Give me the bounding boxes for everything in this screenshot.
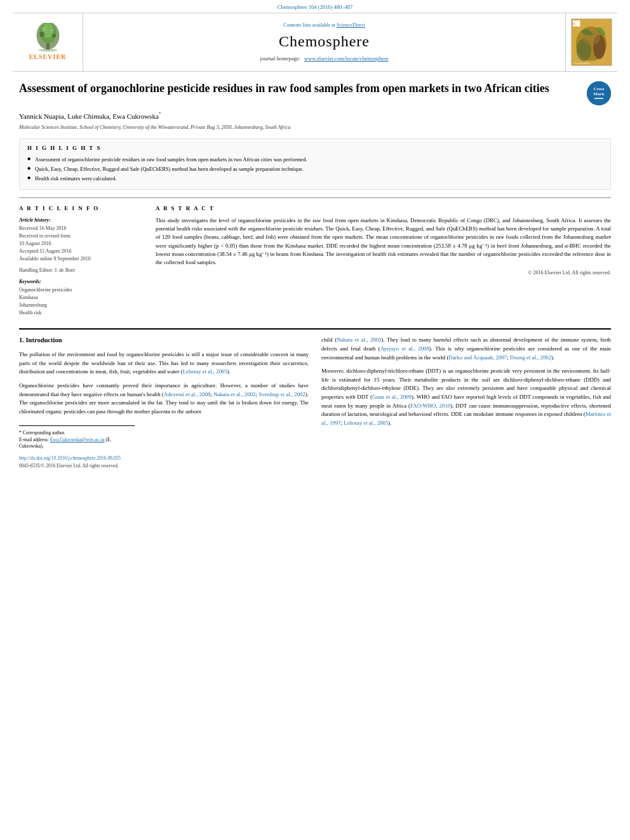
homepage-label: journal homepage: <box>260 55 300 62</box>
intro-paragraph-3: child (Nakata et al., 2002). They lead t… <box>321 336 611 362</box>
svg-text:Cross: Cross <box>594 86 605 91</box>
article-info-heading: A R T I C L E I N F O <box>19 204 146 213</box>
ref-darko-2007[interactable]: Darko and Acquaah, 2007 <box>448 354 507 361</box>
authors-line: Yannick Nuapia, Luke Chimuka, Ewa Cukrow… <box>19 110 611 121</box>
highlight-item-2: Quick, Easy, Cheap, Effective, Rugged an… <box>27 166 603 173</box>
abstract-copyright: © 2016 Elsevier Ltd. All rights reserved… <box>156 269 611 276</box>
body-two-col: 1. Introduction The pollution of the env… <box>19 336 611 470</box>
received-text: Received 16 May 2016 <box>19 225 146 232</box>
svg-text:E: E <box>573 23 575 25</box>
corresponding-author-marker: * <box>159 111 161 117</box>
ref-nakata-2002-p2[interactable]: Nakata et al., 2002 <box>213 391 255 397</box>
intro-number: 1. <box>19 337 24 343</box>
article-content: Assessment of organochlorine pesticide r… <box>0 72 630 479</box>
highlight-item-3: Health risk estimates were calculated. <box>27 175 603 183</box>
elsevier-text: ELSEVIER <box>29 53 67 62</box>
highlight-item-1: Assessment of organochlorine pesticide r… <box>27 156 603 164</box>
ref-nakata-2002-p3[interactable]: Nakata et al., 2002 <box>337 337 381 343</box>
sciencedirect-link[interactable]: ScienceDirect <box>337 22 365 28</box>
keyword-4: Health risk <box>19 309 146 317</box>
doi-section: http://dx.doi.org/10.1016/j.chemosphere.… <box>19 455 309 470</box>
affiliation-text: Molecular Sciences Institute, School of … <box>19 124 611 131</box>
handling-editor-label: Handling Editor: <box>19 267 53 273</box>
keyword-1: Organochlorine pesticides <box>19 286 146 294</box>
journal-cover-area: E Chemosphere <box>565 13 617 71</box>
handling-editor-line: Handling Editor: J. de Boer <box>19 267 146 274</box>
cover-artwork: E Chemosphere <box>572 18 612 66</box>
email-label: E-mail address: <box>19 437 49 443</box>
svg-text:Chemosphere: Chemosphere <box>573 62 591 65</box>
doi-link[interactable]: http://dx.doi.org/10.1016/j.chemosphere.… <box>19 455 309 462</box>
info-abstract-section: A R T I C L E I N F O Article history: R… <box>19 197 611 321</box>
article-info-column: A R T I C L E I N F O Article history: R… <box>19 204 146 321</box>
ref-fao-2010[interactable]: FAO/WHO, 2010 <box>410 403 450 409</box>
intro-paragraph-4: Moreover, dichloro-diphenyl-trichloro-et… <box>321 367 611 427</box>
intro-paragraph-2: Organochlorine pesticides have constantl… <box>19 382 309 417</box>
keywords-block: Keywords: Organochlorine pesticides Kins… <box>19 278 146 317</box>
journal-info-center: Contents lists available at ScienceDirec… <box>83 13 565 71</box>
journal-header: ELSEVIER Contents lists available at Sci… <box>13 13 617 72</box>
ref-lehotay-2005-p1[interactable]: Lehotay et al., 2005 <box>183 368 227 375</box>
abstract-heading: A B S T R A C T <box>156 204 611 213</box>
journal-citation: Chemosphere 164 (2016) 480–487 <box>278 4 352 10</box>
journal-homepage-url[interactable]: www.elsevier.com/locate/chemosphere <box>304 55 389 62</box>
email-link[interactable]: Ewa.Cukrowska@wits.ac.za <box>50 437 105 443</box>
ref-adeyemi-2008[interactable]: Adeyemi et al., 2008 <box>164 391 211 397</box>
crossmark-icon: Cross Mark <box>587 81 611 105</box>
highlights-section: H I G H L I G H T S Assessment of organo… <box>19 138 611 190</box>
sciencedirect-info: Contents lists available at ScienceDirec… <box>283 22 365 29</box>
body-right-col: child (Nakata et al., 2002). They lead t… <box>321 336 611 470</box>
journal-cover-image: E Chemosphere <box>571 18 612 66</box>
keyword-2: Kinshasa <box>19 294 146 302</box>
article-title-section: Assessment of organochlorine pesticide r… <box>19 81 611 105</box>
ref-ayejuyo-2008[interactable]: Ayejuyo et al., 2008 <box>380 345 429 352</box>
footer-copyright: 0045-6535/© 2016 Elsevier Ltd. All right… <box>19 463 309 470</box>
abstract-column: A B S T R A C T This study investigates … <box>156 204 611 321</box>
intro-heading: 1. Introduction <box>19 336 309 345</box>
handling-editor-name: J. de Boer <box>55 267 75 273</box>
ref-sverdrup-2002[interactable]: Sverdrup et al., 2002 <box>258 391 305 397</box>
keyword-3: Johannesburg <box>19 302 146 309</box>
journal-name: Chemosphere <box>279 31 370 53</box>
journal-citation-bar: Chemosphere 164 (2016) 480–487 <box>0 0 630 13</box>
handling-editor-block: Handling Editor: J. de Boer <box>19 267 146 274</box>
available-text: Available online 8 September 2016 <box>19 255 146 263</box>
footnotes-section: * Corresponding author. E-mail address: … <box>19 425 135 450</box>
corresponding-author-note: * Corresponding author. <box>19 430 135 437</box>
ref-guan-2009[interactable]: Guan et al., 2009 <box>372 394 412 400</box>
intro-title: Introduction <box>26 337 62 343</box>
accepted-text: Accepted 11 August 2016 <box>19 248 146 255</box>
elsevier-tree-icon <box>30 23 65 51</box>
svg-text:Mark: Mark <box>593 91 604 97</box>
ref-lehotay-2005-p4[interactable]: Lehotay et al., 2005 <box>344 420 388 426</box>
svg-point-5 <box>39 32 44 37</box>
journal-homepage-line: journal homepage: www.elsevier.com/locat… <box>260 55 388 63</box>
intro-paragraph-1: The pollution of the environment and foo… <box>19 350 309 377</box>
elsevier-logo-area: ELSEVIER <box>13 13 83 71</box>
svg-point-8 <box>50 29 53 32</box>
abstract-body: This study investigates the level of org… <box>156 217 611 267</box>
received-revised-label: Received in revised form <box>19 232 146 240</box>
article-title: Assessment of organochlorine pesticide r… <box>19 81 587 96</box>
elsevier-brand: ELSEVIER <box>19 23 76 62</box>
authors-text: Yannick Nuapia, Luke Chimuka, Ewa Cukrow… <box>19 112 159 120</box>
contents-label: Contents lists available at <box>283 22 335 28</box>
article-history-block: Article history: Received 16 May 2016 Re… <box>19 217 146 263</box>
email-note: E-mail address: Ewa.Cukrowska@wits.ac.za… <box>19 437 135 450</box>
highlights-title: H I G H L I G H T S <box>27 144 603 152</box>
keywords-label: Keywords: <box>19 278 146 285</box>
article-history-label: Article history: <box>19 217 146 223</box>
page: Chemosphere 164 (2016) 480–487 <box>0 0 630 840</box>
svg-point-6 <box>52 34 56 37</box>
body-section: 1. Introduction The pollution of the env… <box>19 328 611 470</box>
ref-doong-2002[interactable]: Doong et al., 2002 <box>510 354 551 361</box>
crossmark-badge[interactable]: Cross Mark <box>587 81 611 105</box>
body-left-col: 1. Introduction The pollution of the env… <box>19 336 309 470</box>
received-revised-date: 10 August 2016 <box>19 240 146 248</box>
svg-point-7 <box>43 27 46 31</box>
corresponding-label: * Corresponding author. <box>19 430 65 436</box>
